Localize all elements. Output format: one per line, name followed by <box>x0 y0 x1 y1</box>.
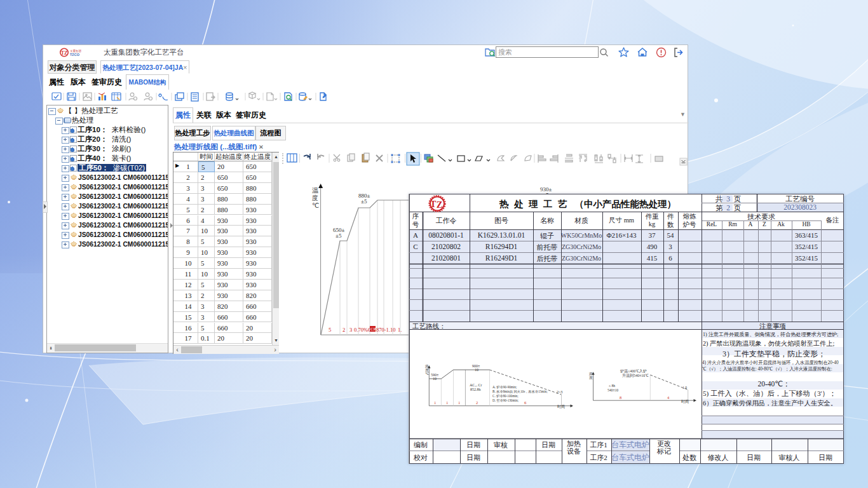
svg-text:≤ 8h: ≤ 8h <box>609 384 615 388</box>
svg-text:T: T <box>430 199 437 209</box>
svg-text:1: 1 <box>458 400 460 405</box>
svg-text:度: 度 <box>589 376 593 380</box>
svg-text:炉温≤400℃入炉: 炉温≤400℃入炉 <box>620 369 647 373</box>
svg-text:CP: CP <box>370 327 376 332</box>
svg-text:2~3: 2~3 <box>557 390 562 394</box>
svg-text:TZ: TZ <box>61 50 68 56</box>
svg-text:8: 8 <box>620 395 621 400</box>
svg-text:时间: 时间 <box>681 400 689 404</box>
svg-text:B. 水冷8min后 回火10s，再水冷15min;: B. 水冷8min后 回火10s，再水冷15min; <box>492 390 548 394</box>
svg-text:TZCO: TZCO <box>70 53 80 57</box>
svg-text:D. 空冷90-130min;: D. 空冷90-130min; <box>492 398 519 402</box>
svg-text:℃: ℃ <box>312 202 319 209</box>
svg-text:A. 炉冷90-90min;: A. 炉冷90-90min; <box>492 385 517 389</box>
svg-text:0.70%C: 0.70%C <box>354 327 372 333</box>
svg-text:870-1.10: 870-1.10 <box>376 327 395 333</box>
svg-text:4: 4 <box>667 395 670 400</box>
svg-text:2: 2 <box>342 327 345 333</box>
svg-text:±5: ±5 <box>336 233 342 239</box>
svg-text:6: 6 <box>524 400 527 405</box>
svg-text:AC₁, Cr: AC₁, Cr <box>470 383 482 387</box>
svg-text:Z: Z <box>437 200 443 210</box>
svg-text:±5: ±5 <box>361 198 367 205</box>
svg-text:1.: 1. <box>398 327 402 333</box>
svg-text:℃: ℃ <box>425 372 429 376</box>
svg-text:时间: 时间 <box>557 405 565 409</box>
svg-text:5: 5 <box>329 327 331 333</box>
svg-text:升温到540±10℃: 升温到540±10℃ <box>622 373 649 378</box>
svg-text:10: 10 <box>433 377 437 381</box>
svg-text:温: 温 <box>312 187 318 194</box>
svg-text:1: 1 <box>434 400 436 405</box>
svg-text:1: 1 <box>446 400 448 405</box>
svg-text:2: 2 <box>476 400 478 405</box>
svg-text:3: 3 <box>349 327 352 333</box>
svg-text:C. 炉冷80-100min;: C. 炉冷80-100min; <box>492 394 519 398</box>
svg-text:540±10: 540±10 <box>607 388 618 392</box>
svg-text:度: 度 <box>312 194 318 201</box>
svg-text:852.8h: 852.8h <box>470 388 481 391</box>
svg-text:10: 10 <box>475 368 478 372</box>
svg-text:1.0: 1.0 <box>682 386 687 390</box>
